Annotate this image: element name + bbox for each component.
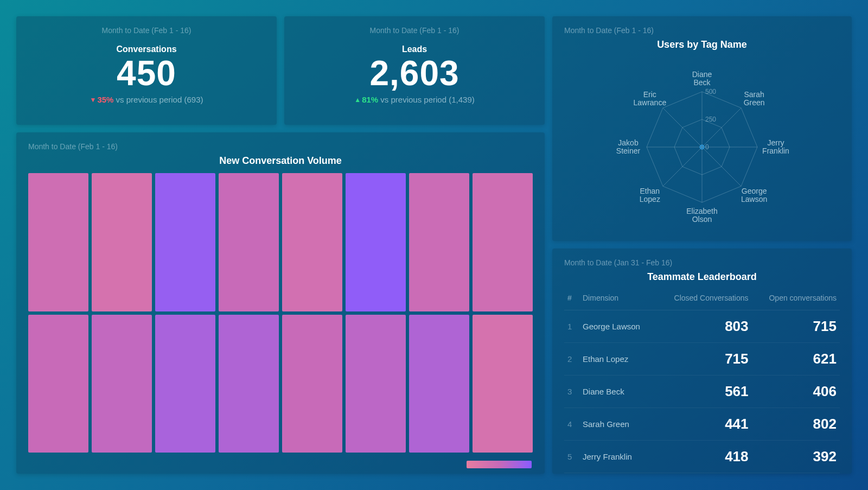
trend-down-icon: ▼: [90, 96, 96, 104]
row-open: 802: [752, 408, 840, 441]
svg-marker-13: [700, 145, 704, 149]
row-name: Jakob Steiner: [579, 473, 655, 474]
kpi-comparison: ▼35% vs previous period (693): [28, 95, 265, 104]
table-row[interactable]: 6Jakob Steiner394951: [564, 473, 840, 474]
heatmap-cell[interactable]: [282, 173, 342, 311]
svg-line-9: [663, 108, 702, 147]
kpi-value: 2,603: [296, 55, 533, 92]
row-closed: 441: [655, 408, 751, 441]
table-row[interactable]: 3Diane Beck561406: [564, 376, 840, 408]
radar-axis-label: JakobSteiner: [616, 139, 640, 156]
radar-axis-label: EricLawrance: [633, 91, 666, 107]
table-row[interactable]: 4Sarah Green441802: [564, 408, 840, 441]
period-label: Month to Date (Feb 1 - 16): [28, 142, 533, 151]
row-name: Ethan Lopez: [579, 343, 655, 376]
kpi-card-conversations: Month to Date (Feb 1 - 16) Conversations…: [16, 16, 277, 125]
radar-axis-label: GeorgeLawson: [741, 187, 767, 204]
svg-text:500: 500: [705, 88, 716, 96]
kpi-label: Conversations: [28, 44, 265, 54]
svg-text:250: 250: [705, 116, 716, 123]
heatmap-cell[interactable]: [28, 315, 88, 453]
table-row[interactable]: 2Ethan Lopez715621: [564, 343, 840, 376]
row-name: Jerry Franklin: [579, 441, 655, 473]
heatmap-cell[interactable]: [92, 173, 152, 311]
row-closed: 803: [655, 310, 751, 343]
panel-users-by-tag-name: Month to Date (Feb 1 - 16) Users by Tag …: [552, 16, 852, 241]
heatmap-cell[interactable]: [219, 173, 279, 311]
kpi-label: Leads: [296, 44, 533, 54]
kpi-compare-text: vs previous period (1,439): [380, 95, 474, 104]
row-closed: 418: [655, 441, 751, 473]
heatmap-cell[interactable]: [409, 173, 469, 311]
row-open: 951: [752, 473, 840, 474]
row-name: Diane Beck: [579, 376, 655, 408]
heatmap-chart[interactable]: [28, 173, 533, 453]
row-open: 392: [752, 441, 840, 473]
row-index: 5: [564, 441, 579, 473]
radar-axis-label: JerryFranklin: [762, 139, 789, 156]
heatmap-cell[interactable]: [346, 315, 406, 453]
heatmap-cell[interactable]: [409, 315, 469, 453]
svg-text:0: 0: [705, 143, 709, 151]
heatmap-cell[interactable]: [219, 315, 279, 453]
col-index[interactable]: #: [564, 289, 579, 310]
kpi-compare-text: vs previous period (693): [116, 95, 203, 104]
svg-line-5: [702, 147, 741, 186]
period-label: Month to Date (Feb 1 - 16): [28, 26, 265, 35]
kpi-change-pct: 35%: [97, 95, 113, 104]
heatmap-cell[interactable]: [473, 173, 533, 311]
period-label: Month to Date (Jan 31 - Feb 16): [564, 258, 840, 267]
row-index: 1: [564, 310, 579, 343]
row-open: 621: [752, 343, 840, 376]
svg-line-3: [702, 108, 741, 147]
col-closed[interactable]: Closed Conversations: [655, 289, 751, 310]
heatmap-cell[interactable]: [346, 173, 406, 311]
radar-axis-label: DianeBeck: [692, 71, 712, 87]
row-closed: 561: [655, 376, 751, 408]
heatmap-legend: [467, 461, 532, 468]
heatmap-cell[interactable]: [282, 315, 342, 453]
table-row[interactable]: 5Jerry Franklin418392: [564, 441, 840, 473]
kpi-change-pct: 81%: [362, 95, 378, 104]
row-closed: 715: [655, 343, 751, 376]
heatmap-cell[interactable]: [155, 315, 215, 453]
period-label: Month to Date (Feb 1 - 16): [296, 26, 533, 35]
trend-up-icon: ▲: [354, 96, 361, 104]
kpi-value: 450: [28, 55, 265, 92]
svg-line-7: [663, 147, 702, 186]
panel-new-conversation-volume: Month to Date (Feb 1 - 16) New Conversat…: [16, 132, 545, 474]
period-label: Month to Date (Feb 1 - 16): [564, 26, 840, 35]
panel-teammate-leaderboard: Month to Date (Jan 31 - Feb 16) Teammate…: [552, 249, 852, 474]
row-index: 3: [564, 376, 579, 408]
heatmap-cell[interactable]: [28, 173, 88, 311]
row-name: Sarah Green: [579, 408, 655, 441]
radar-axis-label: SarahGreen: [744, 91, 765, 107]
radar-axis-label: ElizabethOlson: [686, 207, 718, 224]
row-index: 6: [564, 473, 579, 474]
col-open[interactable]: Open conversations: [752, 289, 840, 310]
row-closed: 394: [655, 473, 751, 474]
row-index: 2: [564, 343, 579, 376]
row-index: 4: [564, 408, 579, 441]
radar-axis-label: EthanLopez: [640, 187, 660, 204]
radar-chart[interactable]: 0250500DianeBeckSarahGreenJerryFranklinG…: [564, 57, 840, 231]
panel-title: New Conversation Volume: [28, 155, 533, 167]
heatmap-cell[interactable]: [92, 315, 152, 453]
panel-title: Users by Tag Name: [564, 39, 840, 50]
row-open: 406: [752, 376, 840, 408]
row-name: George Lawson: [579, 310, 655, 343]
heatmap-cell[interactable]: [473, 315, 533, 453]
kpi-card-leads: Month to Date (Feb 1 - 16) Leads 2,603 ▲…: [284, 16, 545, 125]
col-dimension[interactable]: Dimension: [579, 289, 655, 310]
row-open: 715: [752, 310, 840, 343]
leaderboard-table: # Dimension Closed Conversations Open co…: [564, 289, 840, 474]
heatmap-cell[interactable]: [155, 173, 215, 311]
table-row[interactable]: 1George Lawson803715: [564, 310, 840, 343]
panel-title: Teammate Leaderboard: [564, 271, 840, 283]
kpi-comparison: ▲81% vs previous period (1,439): [296, 95, 533, 104]
